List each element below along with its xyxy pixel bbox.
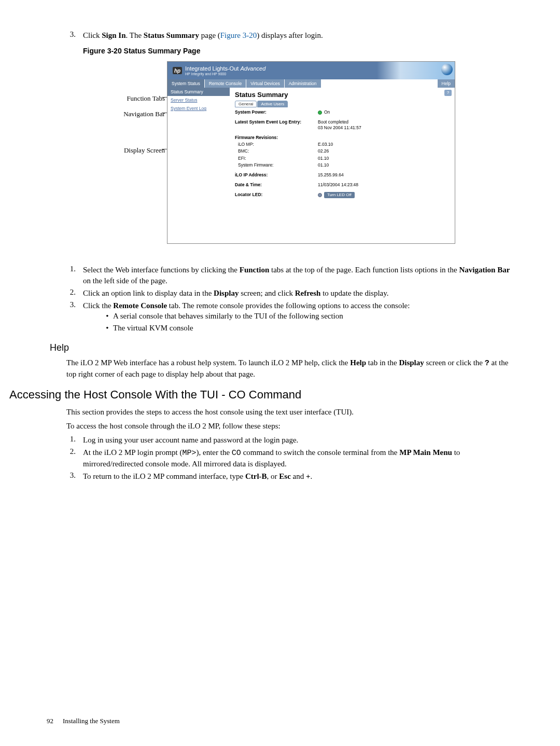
text: Click an option link to display data in … [83, 289, 214, 297]
label: Firmware Revisions: [235, 135, 318, 141]
label: EFI: [235, 156, 318, 161]
value: 15.255.99.64 [318, 172, 450, 178]
row-system-power: System Power:On [235, 109, 450, 115]
step-c-2: 2. At the iLO 2 MP login prompt (MP>), e… [66, 447, 513, 469]
label: Locator LED: [235, 192, 318, 198]
label: System Firmware: [235, 162, 318, 168]
step-b-1: 1. Select the Web interface functions by… [66, 265, 513, 286]
led-icon [318, 193, 322, 197]
subtab-general[interactable]: General [235, 101, 257, 107]
footer-title: Installing the System [63, 717, 120, 725]
banner-subtitle: HP Integrity and HP 9000 [185, 72, 265, 76]
section-heading: Accessing the Host Console With the TUI … [9, 388, 513, 402]
text: Click the [83, 301, 113, 310]
callout-display-screen: Display Screen [97, 146, 165, 157]
step-number: 3. [66, 30, 83, 40]
row-datetime: Date & Time:11/03/2004 14:23:48 [235, 182, 450, 188]
value: 11/03/2004 14:23:48 [318, 182, 450, 188]
step-body: Log in using your user account name and … [83, 435, 513, 445]
row-fw-mp: iLO MP:E.03.10 [235, 142, 450, 147]
tab-remote-console[interactable]: Remote Console [205, 79, 246, 88]
navigation-bar: Status Summary Server Status System Even… [167, 88, 230, 243]
value: 01.10 [318, 162, 450, 168]
value: On [318, 109, 450, 115]
step-body: Click an option link to display data in … [83, 288, 513, 298]
text: on the left side of the page. [83, 277, 167, 285]
step-body: Click Sign In. The Status Summary page (… [83, 30, 513, 40]
row-ip: iLO IP Address:15.255.99.64 [235, 172, 450, 178]
figure-link[interactable]: Figure 3-20 [220, 31, 257, 39]
text: , or [267, 472, 279, 480]
text: The virtual KVM console [113, 323, 193, 333]
text: Boot completed [318, 119, 348, 125]
led-icon [318, 110, 322, 115]
tab-system-status[interactable]: System Status [167, 79, 204, 88]
text: On [324, 109, 330, 115]
bold: Remote Console [113, 301, 167, 310]
bold: Sign In [102, 31, 125, 39]
callout-line [162, 97, 167, 98]
bullet-item: •A serial console that behaves similarly… [102, 311, 513, 321]
figure-caption: Figure 3-20 Status Summary Page [83, 47, 513, 55]
tab-administration[interactable]: Administration [285, 79, 321, 88]
step-number: 3. [66, 300, 83, 334]
value: Turn LED Off [318, 192, 450, 198]
label: iLO MP: [235, 142, 318, 147]
text: tab. The remote console provides the fol… [167, 301, 410, 310]
nav-status-summary[interactable]: Status Summary [167, 88, 230, 96]
step-number: 2. [66, 447, 83, 469]
value: 01.10 [318, 156, 450, 161]
text: Advanced [240, 65, 265, 72]
tab-help[interactable]: Help [438, 79, 455, 88]
banner-art [377, 62, 455, 79]
page-footer: 92Installing the System [47, 717, 120, 725]
nav-system-event-log[interactable]: System Event Log [167, 104, 230, 113]
text: and [291, 472, 306, 480]
bold: Ctrl-B [245, 472, 267, 480]
step-body: Click the Remote Console tab. The remote… [83, 300, 513, 334]
tab-virtual-devices[interactable]: Virtual Devices [246, 79, 284, 88]
text: tab in the [366, 358, 399, 367]
value: E.03.10 [318, 142, 450, 147]
text: Click [83, 31, 102, 39]
bullet-item: •The virtual KVM console [102, 323, 513, 333]
text: command to switch the console terminal f… [241, 448, 399, 457]
subtab-active-users[interactable]: Active Users [257, 101, 288, 107]
step-body: To return to the iLO 2 MP command interf… [83, 471, 513, 481]
mono: MP> [183, 449, 197, 458]
text: Integrated Lights-Out [185, 65, 240, 72]
bullet-icon: • [102, 311, 113, 321]
step-c-3: 3. To return to the iLO 2 MP command int… [66, 471, 513, 481]
turn-led-off-button[interactable]: Turn LED Off [324, 192, 355, 198]
row-locator-led: Locator LED:Turn LED Off [235, 192, 450, 198]
step-body: At the iLO 2 MP login prompt (MP>), ente… [83, 447, 513, 469]
text: Select the Web interface functions by cl… [83, 266, 240, 274]
bold: Display [399, 358, 424, 367]
callout-function-tabs: Function Tabs [97, 94, 165, 105]
text: to update the display. [320, 289, 388, 297]
text: A serial console that behaves similarly … [113, 311, 343, 321]
sub-tabs: General Active Users [235, 101, 450, 107]
nav-server-status[interactable]: Server Status [167, 96, 230, 104]
step-body: Select the Web interface functions by cl… [83, 265, 513, 286]
step-number: 1. [66, 435, 83, 445]
help-paragraph: The iLO 2 MP Web interface has a robust … [66, 357, 513, 380]
text: . [311, 472, 313, 480]
text: To return to the iLO 2 MP command interf… [83, 472, 245, 480]
label: System Power: [235, 109, 318, 115]
step-c-1: 1. Log in using your user account name a… [66, 435, 513, 445]
display-screen: ? Status Summary General Active Users Sy… [230, 88, 455, 243]
bold: Display [214, 289, 239, 297]
row-fw-header: Firmware Revisions: [235, 135, 450, 141]
row-fw-bmc: BMC:02.26 [235, 148, 450, 154]
callout-navigation-bar: Navigation Bar [97, 110, 165, 120]
row-fw-efi: EFI:01.10 [235, 156, 450, 161]
help-icon[interactable]: ? [444, 90, 452, 96]
function-tabs: System Status Remote Console Virtual Dev… [167, 79, 455, 88]
text: ) displays after login. [257, 31, 323, 39]
label: Latest System Event Log Entry: [235, 119, 318, 131]
text: ), enter the [197, 448, 232, 457]
page-number: 92 [47, 717, 53, 725]
sub-list: •A serial console that behaves similarly… [102, 311, 513, 333]
label: Date & Time: [235, 182, 318, 188]
